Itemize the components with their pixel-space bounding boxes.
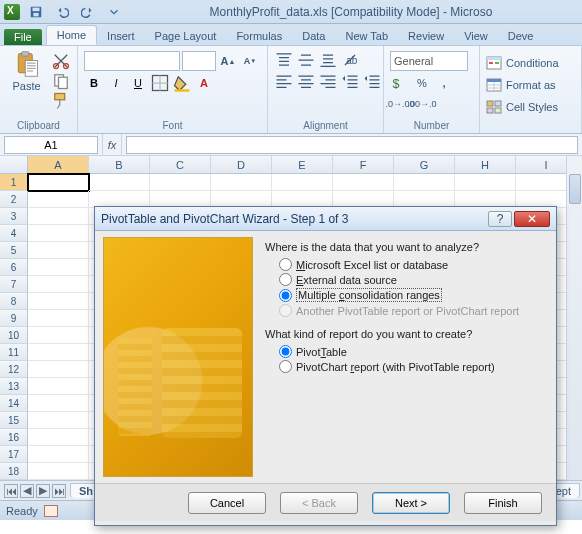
cell[interactable]: [333, 174, 394, 191]
tab-page-layout[interactable]: Page Layout: [145, 27, 227, 45]
row-header[interactable]: 7: [0, 276, 28, 293]
macro-record-icon[interactable]: [44, 505, 58, 517]
cell[interactable]: [28, 259, 89, 276]
row-header[interactable]: 10: [0, 327, 28, 344]
row-header[interactable]: 3: [0, 208, 28, 225]
font-color-icon[interactable]: A: [194, 74, 214, 92]
cell[interactable]: [89, 174, 150, 191]
cell[interactable]: [28, 208, 89, 225]
cancel-button[interactable]: Cancel: [188, 492, 266, 514]
row-header[interactable]: 13: [0, 378, 28, 395]
radio-excel-list[interactable]: [279, 258, 292, 271]
radio-external-data[interactable]: [279, 273, 292, 286]
cell[interactable]: [28, 344, 89, 361]
dialog-titlebar[interactable]: PivotTable and PivotChart Wizard - Step …: [95, 207, 556, 231]
row-header[interactable]: 14: [0, 395, 28, 412]
cell[interactable]: [28, 174, 89, 191]
cell[interactable]: [28, 293, 89, 310]
help-icon[interactable]: ?: [488, 211, 512, 227]
percent-format-icon[interactable]: %: [412, 74, 432, 92]
cell-styles-button[interactable]: Cell Styles: [486, 98, 558, 116]
tab-review[interactable]: Review: [398, 27, 454, 45]
cell[interactable]: [28, 225, 89, 242]
cell[interactable]: [394, 174, 455, 191]
cell[interactable]: [28, 463, 89, 480]
cell[interactable]: [28, 191, 89, 208]
bold-icon[interactable]: B: [84, 74, 104, 92]
row-header[interactable]: 9: [0, 310, 28, 327]
cell[interactable]: [28, 310, 89, 327]
option-external-data[interactable]: External data source: [265, 272, 548, 287]
cell[interactable]: [28, 361, 89, 378]
paste-button[interactable]: Paste: [6, 48, 47, 92]
tab-view[interactable]: View: [454, 27, 498, 45]
fx-icon[interactable]: fx: [102, 134, 122, 155]
border-icon[interactable]: [150, 74, 170, 92]
decrease-decimal-icon[interactable]: .00→.0: [412, 95, 432, 113]
radio-pivotchart[interactable]: [279, 360, 292, 373]
column-header[interactable]: F: [333, 156, 394, 173]
format-as-table-button[interactable]: Format as: [486, 76, 556, 94]
column-header[interactable]: D: [211, 156, 272, 173]
decrease-indent-icon[interactable]: [340, 72, 360, 90]
align-bottom-icon[interactable]: [318, 51, 338, 69]
cell[interactable]: [28, 242, 89, 259]
underline-icon[interactable]: U: [128, 74, 148, 92]
cell[interactable]: [272, 174, 333, 191]
option-excel-list[interactable]: MMicrosoft Excel list or databaseicrosof…: [265, 257, 548, 272]
row-header[interactable]: 12: [0, 361, 28, 378]
row-header[interactable]: 6: [0, 259, 28, 276]
tab-new-tab[interactable]: New Tab: [335, 27, 398, 45]
row-header[interactable]: 16: [0, 429, 28, 446]
align-left-icon[interactable]: [274, 72, 294, 90]
qat-customize-icon[interactable]: [104, 3, 124, 21]
scroll-thumb[interactable]: [569, 174, 581, 204]
name-box[interactable]: [4, 136, 98, 154]
radio-multiple-consolidation[interactable]: [279, 289, 292, 302]
close-icon[interactable]: ✕: [514, 211, 550, 227]
conditional-formatting-button[interactable]: Conditiona: [486, 54, 559, 72]
sheet-nav-last-icon[interactable]: ⏭: [52, 484, 66, 498]
cell[interactable]: [28, 327, 89, 344]
grow-font-icon[interactable]: A▲: [218, 52, 238, 70]
orientation-icon[interactable]: ab: [340, 51, 360, 69]
row-header[interactable]: 4: [0, 225, 28, 242]
column-header[interactable]: E: [272, 156, 333, 173]
tab-formulas[interactable]: Formulas: [226, 27, 292, 45]
row-header[interactable]: 5: [0, 242, 28, 259]
column-header[interactable]: B: [89, 156, 150, 173]
column-header[interactable]: A: [28, 156, 89, 173]
tab-developer[interactable]: Deve: [498, 27, 544, 45]
cell[interactable]: [28, 276, 89, 293]
next-button[interactable]: Next >: [372, 492, 450, 514]
cell[interactable]: [455, 174, 516, 191]
cell[interactable]: [28, 395, 89, 412]
cell[interactable]: [211, 174, 272, 191]
vertical-scrollbar[interactable]: [566, 156, 582, 480]
font-name-select[interactable]: [84, 51, 180, 71]
column-header[interactable]: G: [394, 156, 455, 173]
tab-insert[interactable]: Insert: [97, 27, 145, 45]
comma-format-icon[interactable]: ,: [434, 74, 454, 92]
row-header[interactable]: 2: [0, 191, 28, 208]
finish-button[interactable]: Finish: [464, 492, 542, 514]
cell[interactable]: [28, 446, 89, 463]
save-icon[interactable]: [26, 3, 46, 21]
shrink-font-icon[interactable]: A▼: [240, 52, 260, 70]
fill-color-icon[interactable]: [172, 74, 192, 92]
row-header[interactable]: 15: [0, 412, 28, 429]
column-header[interactable]: C: [150, 156, 211, 173]
column-header[interactable]: H: [455, 156, 516, 173]
tab-home[interactable]: Home: [46, 25, 97, 45]
sheet-nav-prev-icon[interactable]: ◀: [20, 484, 34, 498]
copy-icon[interactable]: [51, 72, 71, 90]
row-header[interactable]: 18: [0, 463, 28, 480]
cell[interactable]: [28, 429, 89, 446]
option-multiple-consolidation[interactable]: Multiple consolidation ranges: [265, 287, 548, 303]
row-header[interactable]: 17: [0, 446, 28, 463]
row-header[interactable]: 1: [0, 174, 28, 191]
italic-icon[interactable]: I: [106, 74, 126, 92]
row-header[interactable]: 8: [0, 293, 28, 310]
align-right-icon[interactable]: [318, 72, 338, 90]
number-format-select[interactable]: [390, 51, 468, 71]
